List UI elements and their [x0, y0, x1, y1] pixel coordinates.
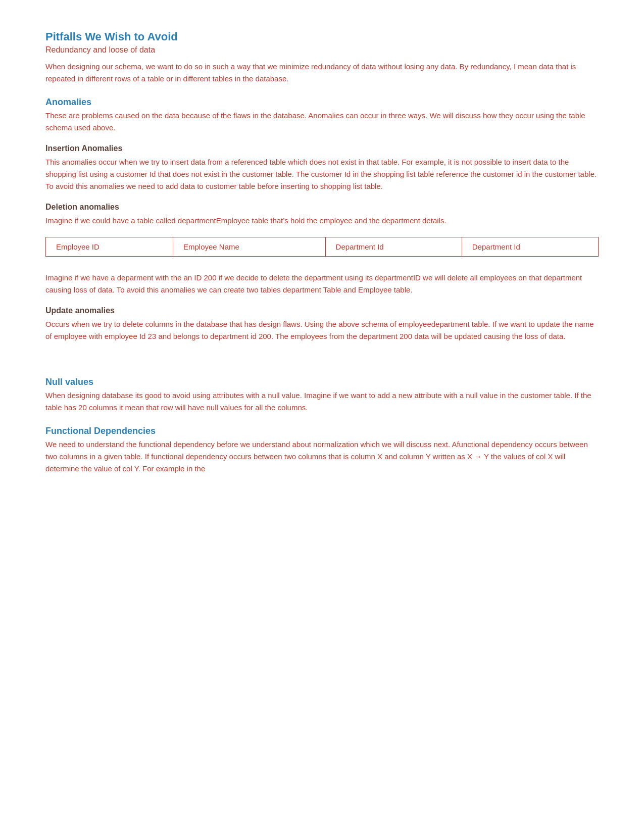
table-cell-employee-name: Employee Name: [173, 237, 325, 257]
functional-dependencies-title: Functional Dependencies: [45, 426, 599, 436]
deletion-anomalies-body-before: Imagine if we could have a table called …: [45, 215, 599, 227]
table-cell-department-id-1: Department Id: [325, 237, 462, 257]
page-content: Pitfalls We Wish to Avoid Redundancy and…: [45, 30, 599, 475]
table-cell-employee-id: Employee ID: [46, 237, 173, 257]
table-cell-department-id-2: Department Id: [462, 237, 598, 257]
insertion-anomalies-title: Insertion Anomalies: [45, 144, 599, 153]
main-title: Pitfalls We Wish to Avoid: [45, 30, 599, 43]
anomalies-body: These are problems caused on the data be…: [45, 110, 599, 134]
update-anomalies-body: Occurs when we try to delete columns in …: [45, 318, 599, 342]
intro-paragraph: When designing our schema, we want to do…: [45, 61, 599, 85]
insertion-anomalies-body: This anomalies occur when we try to inse…: [45, 156, 599, 192]
null-values-title: Null values: [45, 377, 599, 387]
deletion-anomalies-body-after: Imagine if we have a deparment with the …: [45, 272, 599, 296]
functional-dependencies-body: We need to understand the functional dep…: [45, 438, 599, 475]
null-values-body: When designing database its good to avoi…: [45, 389, 599, 414]
subtitle: Redundancy and loose of data: [45, 45, 599, 55]
table-row: Employee ID Employee Name Department Id …: [46, 237, 599, 257]
update-anomalies-title: Update anomalies: [45, 306, 599, 315]
deletion-anomalies-title: Deletion anomalies: [45, 203, 599, 212]
anomalies-title: Anomalies: [45, 97, 599, 108]
department-employee-table: Employee ID Employee Name Department Id …: [45, 237, 599, 257]
